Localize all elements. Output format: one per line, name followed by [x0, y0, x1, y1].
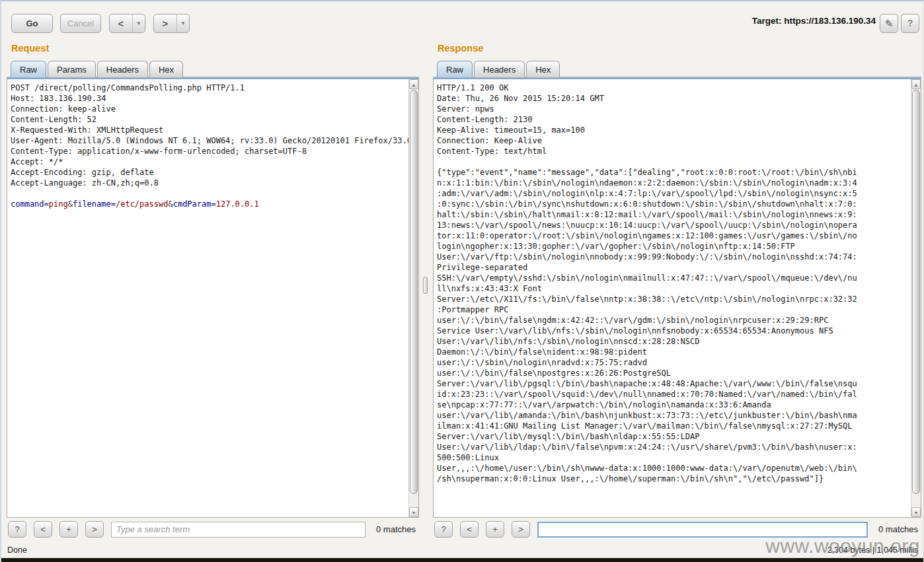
status-metrics-label: 2,304 bytes | 1,045 millis	[828, 545, 918, 555]
request-tab-hex[interactable]: Hex	[149, 61, 183, 77]
response-find-buttons: ?<+>	[434, 521, 537, 538]
edit-target-button[interactable]: ✎	[880, 14, 898, 33]
forward-split-button[interactable]: > ▼	[153, 14, 190, 33]
back-split-button[interactable]: < ▼	[109, 14, 145, 33]
status-bar: Done 2,304 bytes | 1,045 millis	[1, 540, 923, 558]
request-scroll-thumb[interactable]	[410, 90, 418, 494]
response-scrollbar[interactable]: ▲ ▼	[911, 79, 921, 517]
back-dropdown-caret-icon[interactable]: ▼	[132, 15, 145, 32]
back-button[interactable]: <	[110, 15, 132, 32]
response-raw-text[interactable]: HTTP/1.1 200 OK Date: Thu, 26 Nov 2015 1…	[434, 79, 911, 517]
request-find-plus-button[interactable]: +	[59, 521, 78, 538]
response-title: Response	[438, 43, 917, 53]
target-url-label: Target: https://183.136.190.34	[752, 16, 876, 26]
response-search-input[interactable]	[537, 522, 868, 538]
repeater-window: Go Cancel < ▼ > ▼ Target: https://183.13…	[0, 0, 924, 562]
param-separator: &	[168, 199, 173, 209]
panel-splitter[interactable]	[419, 38, 433, 540]
status-done-label: Done	[7, 545, 27, 555]
cancel-button: Cancel	[60, 14, 101, 33]
help-button[interactable]: ?	[901, 14, 919, 33]
go-button[interactable]: Go	[11, 14, 53, 33]
forward-dropdown-caret-icon[interactable]: ▼	[176, 15, 189, 32]
response-find-plus-button[interactable]: +	[486, 521, 504, 538]
response-find-prev-button[interactable]: <	[460, 521, 479, 538]
request-tab-params[interactable]: Params	[48, 61, 96, 77]
param-value: 127.0.0.1	[216, 199, 259, 209]
param-name: cmdParam=	[173, 199, 216, 209]
response-search-wrap	[537, 522, 868, 538]
request-title: Request	[11, 43, 415, 53]
response-find-next-button[interactable]: >	[512, 521, 530, 538]
request-find-help-button[interactable]: ?	[8, 521, 26, 538]
scroll-up-icon[interactable]: ▲	[409, 79, 418, 89]
response-find-help-button[interactable]: ?	[434, 521, 453, 538]
request-panel: Request RawParamsHeadersHex POST /direct…	[7, 38, 419, 540]
response-findbar: ?<+> 0 matches	[433, 518, 921, 540]
param-name: command=	[11, 199, 49, 209]
request-findbar: ?<+> 0 matches	[7, 518, 419, 540]
bottom-edge	[1, 558, 923, 562]
question-icon: ?	[907, 18, 913, 28]
request-raw-text[interactable]: POST /direct/polling/CommandsPolling.php…	[7, 79, 408, 517]
request-search-input[interactable]	[111, 522, 366, 538]
request-tab-headers[interactable]: Headers	[97, 61, 148, 77]
scroll-up-icon[interactable]: ▲	[911, 79, 921, 89]
response-matches-label: 0 matches	[876, 524, 921, 534]
response-panel: Response RawHeadersHex HTTP/1.1 200 OK D…	[433, 38, 921, 540]
pencil-icon: ✎	[885, 15, 894, 32]
response-tab-hex[interactable]: Hex	[526, 61, 560, 77]
request-scroll-track[interactable]	[409, 89, 418, 507]
param-name: filename=	[73, 199, 116, 209]
response-tab-raw[interactable]: Raw	[437, 61, 473, 77]
request-search-wrap	[111, 522, 366, 538]
response-tabs: RawHeadersHex	[433, 59, 921, 77]
request-editor[interactable]: POST /direct/polling/CommandsPolling.php…	[7, 79, 419, 518]
scroll-down-icon[interactable]: ▼	[911, 507, 921, 517]
response-tab-headers[interactable]: Headers	[474, 61, 525, 77]
param-separator: &	[68, 199, 73, 209]
param-value: /etc/passwd	[116, 199, 168, 209]
response-scroll-thumb[interactable]	[912, 90, 920, 494]
toolbar: Go Cancel < ▼ > ▼ Target: https://183.13…	[1, 1, 923, 38]
request-find-prev-button[interactable]: <	[34, 521, 52, 538]
request-find-next-button[interactable]: >	[85, 521, 104, 538]
param-value: ping	[49, 199, 68, 209]
request-scrollbar[interactable]: ▲ ▼	[408, 79, 418, 517]
request-matches-label: 0 matches	[373, 524, 418, 534]
request-tabs: RawParamsHeadersHex	[7, 59, 419, 77]
splitter-handle-icon[interactable]	[423, 277, 428, 294]
response-editor[interactable]: HTTP/1.1 200 OK Date: Thu, 26 Nov 2015 1…	[433, 79, 921, 518]
response-scroll-track[interactable]	[911, 89, 921, 507]
scroll-down-icon[interactable]: ▼	[409, 507, 418, 517]
request-tab-raw[interactable]: Raw	[11, 61, 46, 77]
request-find-buttons: ?<+>	[8, 521, 111, 538]
forward-button[interactable]: >	[154, 15, 176, 32]
